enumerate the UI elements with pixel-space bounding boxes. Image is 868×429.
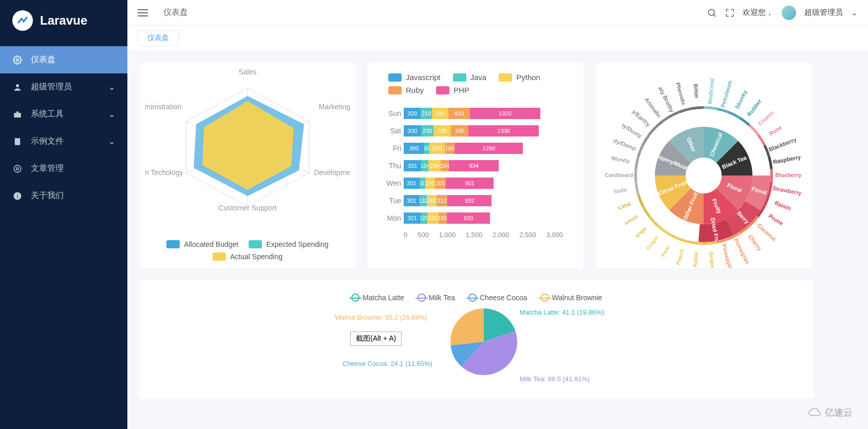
svg-text:Pineapple: Pineapple xyxy=(721,243,734,268)
svg-text:Grape: Grape xyxy=(708,251,716,268)
svg-point-1 xyxy=(16,84,19,87)
pie-chart xyxy=(448,306,520,378)
svg-text:Petroleum: Petroleum xyxy=(720,80,733,108)
svg-text:emon: emon xyxy=(624,213,639,226)
sidebar-item-dashboard[interactable]: 仪表盘 xyxy=(0,46,127,73)
legend-item[interactable]: Allocated Budget xyxy=(166,240,238,248)
pie-legend: Matcha Latte Milk Tea Cheese Cocoa Walnu… xyxy=(145,290,808,302)
search-icon[interactable] xyxy=(707,8,717,18)
svg-text:i: i xyxy=(17,192,18,199)
brand-logo[interactable]: Laravue xyxy=(0,0,127,41)
user-name[interactable]: 超级管理员 xyxy=(804,8,843,17)
sidebar-item-examples[interactable]: 示例文件 ⌄ xyxy=(0,128,127,155)
bar-chart: Sun3202103104101320Sat3302303303301330Fr… xyxy=(373,100,578,239)
legend-item[interactable]: Actual Spending xyxy=(213,252,282,261)
svg-text:Raisin: Raisin xyxy=(774,200,792,211)
radar-legend: Allocated Budget Expected Spending Actua… xyxy=(155,240,340,261)
svg-text:Medicinal: Medicinal xyxy=(707,78,715,104)
legend-item[interactable]: Javascript xyxy=(388,73,441,82)
pie-slice-label: Walnut Brownie: 55.2 (26.68%) xyxy=(335,314,427,321)
svg-text:Prune: Prune xyxy=(767,213,784,227)
sidebar-item-label: 示例文件 xyxy=(31,136,64,147)
svg-text:ty/Dusty: ty/Dusty xyxy=(621,122,644,140)
sidebar-item-articles[interactable]: 文章管理 xyxy=(0,155,127,182)
watermark: 亿速云 xyxy=(807,406,853,419)
legend-item[interactable]: Java xyxy=(453,73,487,82)
pie-slice-label: Cheese Cocoa: 24.1 (11.65%) xyxy=(343,360,432,367)
svg-text:Cherry: Cherry xyxy=(747,233,763,252)
svg-text:ange: ange xyxy=(634,225,648,239)
sidebar-item-label: 系统工具 xyxy=(31,109,64,120)
tabs-bar: 仪表盘 xyxy=(127,26,868,50)
legend-item[interactable]: Python xyxy=(499,73,540,82)
svg-text:Blackberry: Blackberry xyxy=(768,136,798,152)
main-area: 仪表盘 欢迎您， 超级管理员 ⌄ 仪表盘 Sales Marketing Dev… xyxy=(127,0,868,429)
briefcase-icon xyxy=(12,109,23,120)
svg-text:Stale: Stale xyxy=(613,186,628,195)
sidebar-item-about[interactable]: i 关于我们 xyxy=(0,182,127,209)
svg-point-0 xyxy=(16,59,19,61)
user-icon xyxy=(12,82,23,92)
legend-item[interactable]: PHP xyxy=(436,86,469,94)
svg-text:aty Brothy: aty Brothy xyxy=(657,86,675,114)
brand-name: Laravue xyxy=(40,13,87,28)
screenshot-tooltip: 截图(Alt + A) xyxy=(350,332,402,346)
content: Sales Marketing Developme Customer Suppo… xyxy=(127,50,868,411)
welcome-text: 欢迎您， xyxy=(743,8,773,17)
sunburst-chart-card: ChemicalBlack TeaFloralFruityOther Fruit… xyxy=(596,63,812,268)
hamburger-icon[interactable] xyxy=(138,9,148,17)
svg-text:Animalic: Animalic xyxy=(644,96,663,119)
sidebar: Laravue 仪表盘 超级管理员 ⌄ 系统工具 ⌄ 示例文件 ⌄ 文章管理 i… xyxy=(0,0,127,429)
radar-chart xyxy=(145,73,350,217)
svg-text:Rose: Rose xyxy=(768,124,783,136)
svg-text:Blueberry: Blueberry xyxy=(775,172,802,178)
legend-item[interactable]: Walnut Brownie xyxy=(541,294,602,302)
svg-text:Coconut: Coconut xyxy=(756,222,777,242)
svg-point-68 xyxy=(686,158,722,193)
sunburst-chart: ChemicalBlack TeaFloralFruityOther Fruit… xyxy=(601,73,806,268)
chevron-down-icon: ⌄ xyxy=(108,82,115,92)
svg-text:Rubber: Rubber xyxy=(746,98,763,118)
chevron-down-icon[interactable]: ⌄ xyxy=(851,8,858,17)
legend-item[interactable]: Matcha Latte xyxy=(351,294,404,302)
fullscreen-icon[interactable] xyxy=(725,8,734,17)
sidebar-menu: 仪表盘 超级管理员 ⌄ 系统工具 ⌄ 示例文件 ⌄ 文章管理 i 关于我们 xyxy=(0,46,127,209)
tab-dashboard[interactable]: 仪表盘 xyxy=(138,30,179,46)
svg-text:Cardboard: Cardboard xyxy=(605,172,633,178)
sidebar-item-admin[interactable]: 超级管理员 ⌄ xyxy=(0,73,127,101)
svg-text:Raspberry: Raspberry xyxy=(772,154,802,165)
sidebar-item-label: 仪表盘 xyxy=(31,54,55,65)
sidebar-item-tools[interactable]: 系统工具 ⌄ xyxy=(0,101,127,128)
svg-line-12 xyxy=(713,14,715,16)
topbar: 仪表盘 欢迎您， 超级管理员 ⌄ xyxy=(127,0,868,26)
chevron-down-icon: ⌄ xyxy=(108,136,115,146)
radar-chart-card: Sales Marketing Developme Customer Suppo… xyxy=(140,63,355,268)
svg-text:Pomegran: Pomegran xyxy=(733,237,751,265)
svg-rect-2 xyxy=(14,113,21,118)
chevron-down-icon: ⌄ xyxy=(108,109,115,119)
legend-item[interactable]: Milk Tea xyxy=(418,294,455,302)
svg-text:Chamo: Chamo xyxy=(757,109,775,127)
svg-text:Peach: Peach xyxy=(675,248,685,266)
svg-text:Lime: Lime xyxy=(617,200,632,210)
svg-text:Bitter: Bitter xyxy=(693,84,701,99)
legend-item[interactable]: Ruby xyxy=(388,86,424,94)
svg-rect-3 xyxy=(15,138,21,145)
avatar[interactable] xyxy=(782,6,796,20)
logo-icon xyxy=(12,10,33,31)
svg-text:Strawberry: Strawberry xyxy=(772,185,803,197)
svg-text:Apple: Apple xyxy=(691,251,699,268)
svg-point-5 xyxy=(14,165,21,172)
legend-item[interactable]: Expected Spending xyxy=(249,240,328,248)
svg-text:Pear: Pear xyxy=(660,244,671,258)
info-icon: i xyxy=(12,191,23,201)
legend-item[interactable]: Cheese Cocoa xyxy=(468,294,527,302)
svg-text:Phenolic: Phenolic xyxy=(675,82,687,106)
bar-legend: Javascript Java Python Ruby PHP xyxy=(373,73,578,100)
svg-text:y/Earthy: y/Earthy xyxy=(631,108,652,128)
svg-point-11 xyxy=(708,9,714,15)
svg-text:Woody: Woody xyxy=(611,154,631,164)
sidebar-item-label: 关于我们 xyxy=(31,190,64,201)
pie-slice-label: Milk Tea: 86.5 (41.81%) xyxy=(520,375,590,383)
svg-text:Skunky: Skunky xyxy=(733,89,748,110)
